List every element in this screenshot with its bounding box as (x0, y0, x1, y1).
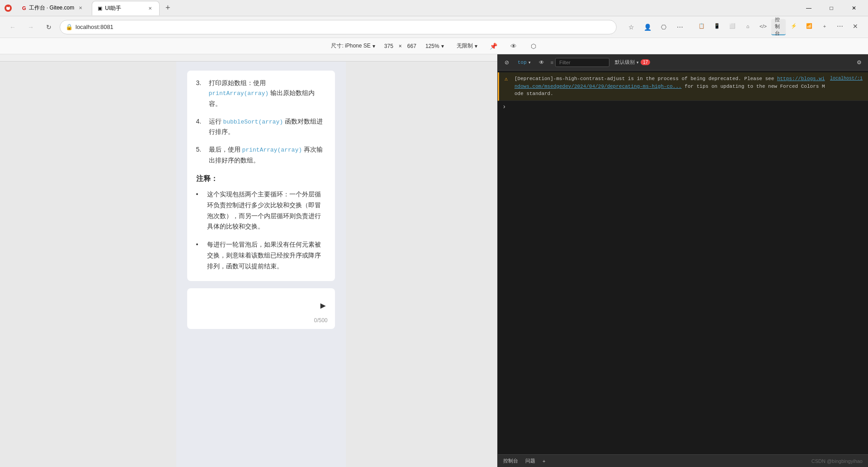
address-bar: ← → ↻ 🔒 localhost:8081 ☆ 👤 ⎔ ⋯ 📋 📱 ⬜ ⌂ <… (0, 16, 868, 38)
new-tab-button[interactable]: + (161, 2, 174, 14)
visibility-icon[interactable]: 👁 (506, 39, 521, 53)
item-4-num: 4. (196, 116, 205, 137)
filter-equals-icon: ≡ (551, 60, 553, 65)
minimize-button[interactable]: — (798, 1, 819, 15)
bottom-issues-tab[interactable]: 问题 (525, 457, 535, 464)
dimension-separator: × (399, 43, 402, 49)
notes-section: 注释： • 这个实现包括两个主要循环：一个外层循环负责控制进行多少次比较和交换（… (196, 174, 326, 272)
top-label: top (518, 60, 527, 65)
chat-input-box: ► 0/500 (187, 288, 335, 329)
filter-input[interactable] (555, 58, 609, 67)
star-icon[interactable]: ☆ (624, 20, 638, 34)
toggle-device-icon[interactable]: ⬜ (725, 19, 740, 33)
limit-label: 无限制 (457, 42, 473, 50)
tab-ui-title: UI助手 (105, 5, 144, 12)
level-label: 默认级别 (615, 59, 635, 66)
source-icon[interactable]: </> (756, 19, 770, 33)
watermark-text: CSDN @bingbingyihao (811, 458, 863, 464)
zoom-selector[interactable]: 125% ▾ (422, 41, 448, 51)
screenshot-icon[interactable]: 📋 (694, 19, 709, 33)
bullet-dot-1: • (196, 189, 203, 232)
customize-icon[interactable]: ⚡ (787, 19, 801, 33)
item-4-text: 运行 bubbleSort(array) 函数对数组进行排序。 (209, 116, 326, 137)
url-input[interactable]: 🔒 localhost:8081 (60, 20, 617, 34)
bullet-list: • 这个实现包括两个主要循环：一个外层循环负责控制进行多少次比较和交换（即冒泡次… (196, 189, 326, 272)
bullet-text-1: 这个实现包括两个主要循环：一个外层循环负责控制进行多少次比较和交换（即冒泡次数）… (207, 189, 326, 232)
security-icon: 🔒 (66, 24, 73, 30)
height-value[interactable]: 667 (407, 43, 416, 49)
bottom-add-tab[interactable]: + (542, 458, 545, 464)
home-icon[interactable]: ⌂ (741, 19, 755, 33)
wifi-icon[interactable]: 📶 (802, 19, 816, 33)
tab-gitee[interactable]: G 工作台 · Gitee.com ✕ (16, 1, 90, 15)
message-input[interactable] (194, 295, 328, 314)
tab-ui-icon: ▣ (98, 5, 102, 11)
top-dropdown-arrow: ▾ (528, 60, 531, 65)
browser-frame: G 工作台 · Gitee.com ✕ ▣ UI助手 ✕ + — □ ✕ ← →… (0, 0, 868, 467)
limit-chevron-icon: ▾ (475, 43, 477, 49)
device-selector[interactable]: 尺寸: iPhone SE ▾ (327, 40, 378, 52)
tab-ui-assistant[interactable]: ▣ UI助手 ✕ (92, 1, 160, 15)
devtools-bottom-bar: 控制台 问题 + CSDN @bingbingyihao (498, 454, 868, 467)
item-5-num: 5. (196, 144, 205, 165)
limit-selector[interactable]: 无限制 ▾ (453, 40, 481, 52)
filter-group: ≡ (551, 58, 609, 67)
bullet-item-2: • 每进行一轮冒泡后，如果没有任何元素被交换，则意味着该数组已经按升序或降序排列… (196, 239, 326, 272)
list-item-3: 3. 打印原始数组：使用 printArray(array) 输出原始数组内容。 (196, 78, 326, 109)
block-icon[interactable]: ⊘ (501, 57, 512, 68)
level-selector[interactable]: 默认级别 ▾ (615, 59, 639, 66)
bottom-console-tab[interactable]: 控制台 (503, 457, 518, 464)
browser-viewport: 3. 打印原始数组：使用 printArray(array) 输出原始数组内容。… (0, 54, 497, 467)
char-count: 0/500 (314, 317, 327, 324)
eye-devtools-icon[interactable]: 👁 (536, 57, 547, 68)
list-item-4: 4. 运行 bubbleSort(array) 函数对数组进行排序。 (196, 116, 326, 137)
back-button[interactable]: ← (5, 20, 20, 34)
window-controls: — □ ✕ (798, 1, 864, 15)
main-area: 3. 打印原始数组：使用 printArray(array) 输出原始数组内容。… (0, 54, 868, 467)
top-selector[interactable]: top ▾ (514, 60, 534, 65)
tab-gitee-icon: G (22, 5, 26, 11)
device-frame[interactable]: 3. 打印原始数组：使用 printArray(array) 输出原始数组内容。… (176, 62, 346, 467)
device-toolbar: 尺寸: iPhone SE ▾ 375 × 667 125% ▾ 无限制 ▾ 📌… (0, 38, 868, 54)
pin-icon[interactable]: 📌 (486, 39, 501, 53)
height-input-group: 667 (407, 43, 416, 49)
add-devtools-icon[interactable]: + (817, 19, 832, 33)
device-label: 尺寸: iPhone SE (331, 42, 370, 50)
error-count-badge: 17 (641, 59, 650, 65)
console-expand-arrow[interactable]: › (498, 101, 868, 112)
devtools-toolbar-right: 📋 📱 ⬜ ⌂ </> 控制台 ⚡ 📶 + ⋯ ✕ (694, 19, 863, 35)
tab-ui-close[interactable]: ✕ (146, 5, 154, 12)
forward-button[interactable]: → (24, 20, 38, 34)
cast-icon[interactable]: ⬡ (526, 39, 541, 53)
refresh-button[interactable]: ↻ (42, 20, 56, 34)
width-value[interactable]: 375 (384, 43, 393, 49)
chevron-down-icon: ▾ (373, 43, 375, 49)
code-printarray-1: printArray(array) (209, 90, 269, 97)
devtools-close-icon[interactable]: ✕ (848, 19, 863, 33)
devtools-panel: ⊘ top ▾ 👁 ≡ 默认级别 ▾ 17 ⚙ (497, 54, 868, 467)
notes-title: 注释： (196, 174, 326, 184)
code-printarray-2: printArray(array) (242, 147, 302, 153)
extensions-icon[interactable]: ⎔ (656, 20, 671, 34)
console-tab-top[interactable]: 控制台 (771, 19, 786, 35)
send-button[interactable]: ► (319, 300, 328, 311)
url-text: localhost:8081 (75, 24, 113, 30)
close-button[interactable]: ✕ (844, 1, 864, 15)
bullet-dot-2: • (196, 239, 203, 272)
viewport-inner: 3. 打印原始数组：使用 printArray(array) 输出原始数组内容。… (176, 62, 346, 467)
more-tools-icon[interactable]: ⋯ (833, 19, 847, 33)
maximize-button[interactable]: □ (821, 1, 842, 15)
browser-logo-icon (4, 4, 13, 13)
tab-gitee-close[interactable]: ✕ (77, 5, 84, 12)
responsive-icon[interactable]: 📱 (710, 19, 724, 33)
settings-menu-icon[interactable]: ⋯ (673, 20, 687, 34)
content-area: 3. 打印原始数组：使用 printArray(array) 输出原始数组内容。… (176, 62, 346, 345)
item-5-text: 最后，使用 printArray(array) 再次输出排好序的数组。 (209, 144, 326, 165)
devtools-settings-icon[interactable]: ⚙ (854, 57, 864, 68)
console-message-text: [Deprecation]-ms-high-contrast-adjust is… (514, 75, 826, 98)
numbered-list-box: 3. 打印原始数组：使用 printArray(array) 输出原始数组内容。… (187, 71, 335, 281)
source-link[interactable]: localhost/:1 (830, 75, 863, 82)
width-input-group: 375 (384, 43, 393, 49)
profile-icon[interactable]: 👤 (640, 20, 655, 34)
title-bar: G 工作台 · Gitee.com ✕ ▣ UI助手 ✕ + — □ ✕ (0, 0, 868, 16)
